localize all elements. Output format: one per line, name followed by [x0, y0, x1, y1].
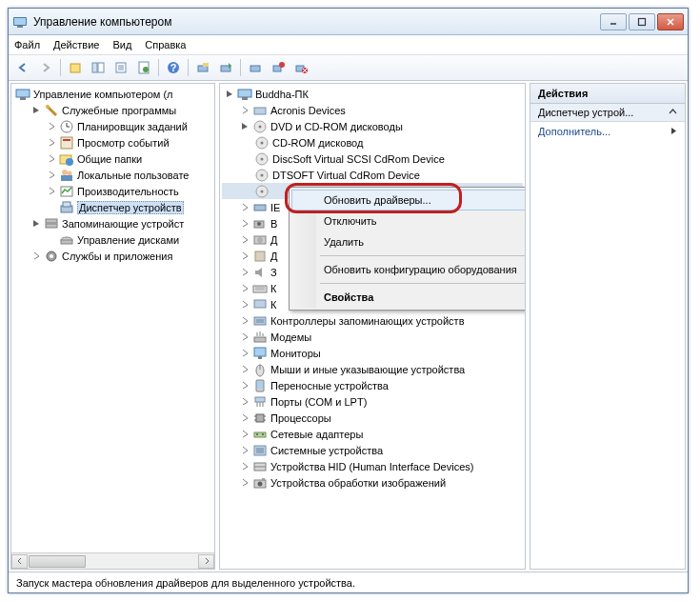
scroll-left-button[interactable]: [11, 554, 28, 569]
uninstall-button[interactable]: [245, 57, 266, 78]
device-category-dvd[interactable]: DVD и CD-ROM дисководы: [222, 118, 523, 134]
expand-icon[interactable]: [239, 348, 250, 359]
expand-icon[interactable]: [239, 412, 250, 424]
computer-management-window: Управление компьютером Файл Действие Вид…: [8, 8, 689, 593]
tree-item-scheduler[interactable]: Планировщик заданий: [13, 118, 212, 134]
expand-icon[interactable]: [239, 396, 250, 408]
tree-item-events[interactable]: Просмотр событий: [13, 134, 212, 150]
help-button[interactable]: ?: [163, 57, 184, 78]
expand-icon[interactable]: [239, 251, 250, 262]
tree-root[interactable]: Управление компьютером (л: [13, 86, 212, 102]
maximize-button[interactable]: [629, 13, 655, 30]
svg-rect-45: [46, 224, 57, 228]
scrollbar-horizontal[interactable]: [11, 552, 214, 569]
expand-icon[interactable]: [239, 283, 250, 294]
collapse-icon[interactable]: [30, 218, 42, 230]
tree-group-system-tools[interactable]: Служебные программы: [13, 102, 212, 118]
expand-icon[interactable]: [239, 218, 250, 230]
tree-item-users[interactable]: Локальные пользовате: [13, 167, 212, 183]
tree-item-shared[interactable]: Общие папки: [13, 150, 212, 167]
menu-file[interactable]: Файл: [14, 39, 40, 50]
ctx-delete[interactable]: Удалить: [291, 231, 526, 252]
ctx-scan-hardware[interactable]: Обновить конфигурацию оборудования: [291, 259, 526, 280]
tree-item-performance[interactable]: Производительность: [13, 183, 212, 199]
expand-icon[interactable]: [239, 364, 250, 375]
device-category[interactable]: Порты (COM и LPT): [222, 393, 523, 410]
up-button[interactable]: [65, 57, 86, 78]
properties-button[interactable]: [110, 57, 131, 78]
device-category[interactable]: Устройства HID (Human Interface Devices): [222, 458, 523, 474]
tree-group-services[interactable]: Службы и приложения: [13, 248, 212, 264]
cdrom-icon: [254, 151, 270, 167]
expand-icon[interactable]: [46, 170, 57, 181]
menu-help[interactable]: Справка: [145, 39, 186, 50]
device-category[interactable]: Системные устройства: [222, 442, 523, 458]
scan-hardware-button[interactable]: [192, 57, 213, 78]
close-button[interactable]: [657, 13, 684, 30]
device-root[interactable]: Buddha-ПК: [222, 86, 523, 102]
scroll-thumb[interactable]: [29, 555, 86, 568]
cpu-icon: [252, 411, 268, 426]
scroll-right-button[interactable]: [198, 554, 214, 569]
expand-icon[interactable]: [239, 315, 250, 327]
expand-icon[interactable]: [239, 331, 250, 343]
svg-rect-50: [238, 90, 251, 97]
collapse-icon[interactable]: [30, 105, 42, 116]
svg-point-30: [46, 105, 50, 109]
show-tree-button[interactable]: [88, 57, 109, 78]
scroll-track[interactable]: [28, 554, 198, 569]
ctx-update-drivers[interactable]: Обновить драйверы...: [291, 190, 526, 211]
console-tree[interactable]: Управление компьютером (л Служебные прог…: [11, 84, 214, 552]
device-item[interactable]: DTSOFT Virtual CdRom Device: [222, 167, 523, 183]
tree-item-device-manager[interactable]: Диспетчер устройств: [13, 199, 212, 215]
ctx-properties[interactable]: Свойства: [291, 287, 526, 308]
expand-icon[interactable]: [239, 267, 250, 278]
device-category[interactable]: Контроллеры запоминающих устройств: [222, 312, 523, 329]
actions-more[interactable]: Дополнитель...: [530, 122, 685, 141]
device-category[interactable]: Acronis Devices: [222, 102, 523, 118]
users-icon: [59, 168, 74, 183]
expand-icon[interactable]: [239, 380, 250, 391]
refresh-button[interactable]: [133, 57, 154, 78]
expand-icon[interactable]: [239, 445, 250, 456]
expand-icon[interactable]: [46, 137, 57, 149]
disk-drive-icon: [252, 232, 268, 248]
device-category[interactable]: Устройства обработки изображений: [222, 474, 523, 491]
device-category[interactable]: Процессоры: [222, 410, 523, 426]
forward-button[interactable]: [35, 57, 56, 78]
minimize-button[interactable]: [600, 13, 627, 30]
expand-icon[interactable]: [239, 202, 250, 213]
ctx-disable[interactable]: Отключить: [291, 211, 526, 231]
expand-icon[interactable]: [239, 234, 250, 246]
expand-icon[interactable]: [239, 299, 250, 311]
expand-icon[interactable]: [239, 477, 250, 489]
collapse-icon[interactable]: [239, 121, 250, 132]
expand-icon[interactable]: [46, 186, 57, 197]
device-category[interactable]: Переносные устройства: [222, 377, 523, 393]
device-category[interactable]: Сетевые адаптеры: [222, 426, 523, 442]
device-category[interactable]: Модемы: [222, 329, 523, 345]
menu-action[interactable]: Действие: [53, 39, 99, 50]
expand-icon[interactable]: [46, 153, 57, 165]
menu-view[interactable]: Вид: [112, 39, 131, 50]
update-driver-button[interactable]: [215, 57, 236, 78]
expand-icon[interactable]: [239, 461, 250, 472]
device-category[interactable]: Мыши и иные указывающие устройства: [222, 361, 523, 377]
tree-group-storage[interactable]: Запоминающие устройст: [13, 215, 212, 231]
device-item[interactable]: DiscSoft Virtual SCSI CdRom Device: [222, 150, 523, 167]
disable-button[interactable]: [268, 57, 289, 78]
device-tree[interactable]: Buddha-ПК Acronis Devices DVD и CD-ROM д…: [220, 84, 525, 569]
enable-button[interactable]: [290, 57, 311, 78]
expand-icon[interactable]: [239, 429, 250, 440]
expand-icon[interactable]: [30, 251, 42, 262]
expand-icon[interactable]: [46, 121, 57, 132]
back-button[interactable]: [12, 57, 33, 78]
expand-icon[interactable]: [239, 105, 250, 116]
camera-icon: [252, 216, 268, 231]
window-title: Управление компьютером: [33, 15, 600, 29]
actions-subheader[interactable]: Диспетчер устрой...: [530, 104, 685, 122]
device-category[interactable]: Мониторы: [222, 345, 523, 361]
tree-item-disk-mgmt[interactable]: Управление дисками: [13, 231, 212, 248]
device-item[interactable]: CD-ROM дисковод: [222, 134, 523, 150]
collapse-icon[interactable]: [224, 89, 235, 100]
